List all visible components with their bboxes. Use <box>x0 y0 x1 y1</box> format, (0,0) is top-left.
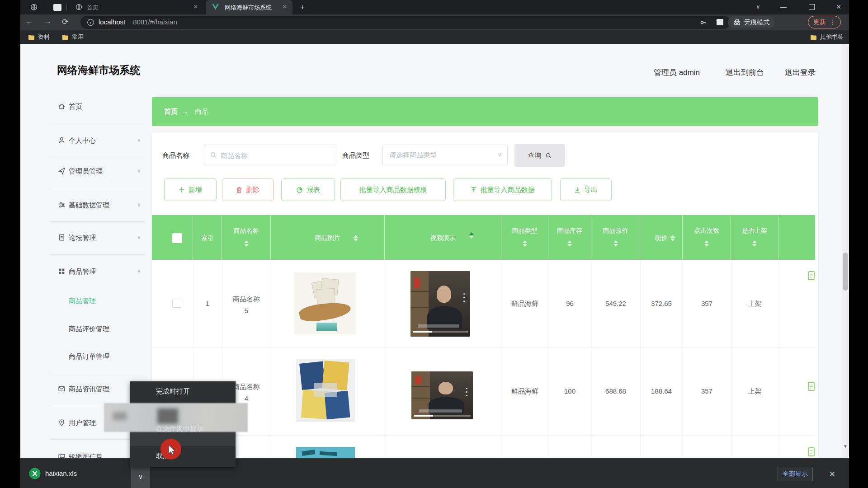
close-downloads-bar-icon[interactable]: ✕ <box>829 469 835 479</box>
delete-button[interactable]: 删除 <box>222 178 274 201</box>
forward-button[interactable]: → <box>44 17 52 26</box>
product-image[interactable] <box>296 447 355 459</box>
minimize-button[interactable]: — <box>774 0 793 14</box>
download-chevron-button[interactable]: ∨ <box>131 467 150 488</box>
sidebar-item-personal-center[interactable]: 个人中心 ∨ <box>50 136 145 145</box>
header-cell-price[interactable]: 现价 <box>640 215 683 260</box>
sort-asc-active-icon[interactable] <box>469 232 474 235</box>
search-button[interactable]: 查询 <box>514 144 565 167</box>
document-icon[interactable] <box>808 382 815 391</box>
other-bookmarks[interactable]: 其他书签 <box>810 33 844 41</box>
header-cell-type[interactable]: 商品类型 <box>501 215 548 260</box>
menu-item-open-when-done[interactable]: 完成时打开 <box>130 383 236 399</box>
menu-item-show-in-folder-label[interactable]: 在文件夹中显示 <box>156 425 203 433</box>
bookmark-folder-changyong[interactable]: 常用 <box>62 33 84 41</box>
sidebar-item-base-data[interactable]: 基础数据管理 ∨ <box>50 200 145 210</box>
sort-carets-active[interactable] <box>469 232 474 239</box>
tab-seafood-system[interactable]: 网络海鲜市场系统 ✕ <box>206 0 292 14</box>
product-type-select[interactable]: 请选择商品类型 ∨ <box>382 145 508 165</box>
video-menu-dots-icon[interactable] <box>463 293 465 302</box>
add-button[interactable]: 新增 <box>164 178 217 201</box>
add-button-label: 新增 <box>189 186 202 194</box>
header-cell-clicks[interactable]: 点击次数 <box>683 215 731 260</box>
search-icon <box>210 151 217 159</box>
cell-price: 372.65 <box>640 300 683 307</box>
scrollbar-thumb[interactable] <box>843 253 848 291</box>
header-cell-stock[interactable]: 商品库存 <box>548 215 591 260</box>
column-label: 商品名称 <box>222 227 270 235</box>
sidebar-item-forum[interactable]: 论坛管理 ∨ <box>50 233 145 243</box>
reload-button[interactable]: ⟳ <box>62 17 68 27</box>
sidebar-divider <box>50 189 145 189</box>
search-icon <box>545 152 552 159</box>
menu-item-cancel[interactable]: 取消 <box>130 448 236 464</box>
tab-search-chevron[interactable]: ∨ <box>749 0 767 14</box>
page-scrollbar[interactable]: ▼ <box>842 44 849 458</box>
show-all-downloads-button[interactable]: 全部显示 <box>778 467 813 481</box>
pinned-tab-page[interactable] <box>53 4 61 11</box>
sort-carets[interactable] <box>354 235 358 241</box>
info-icon[interactable] <box>87 19 94 26</box>
header-cell-original-price[interactable]: 商品原价 <box>591 215 640 260</box>
header-cell-video[interactable]: 视频演示 <box>385 215 501 260</box>
header-cell-name[interactable]: 商品名称 <box>222 215 271 260</box>
sort-carets[interactable] <box>670 235 675 241</box>
logout-link[interactable]: 退出登录 <box>785 67 816 78</box>
url-field[interactable]: localhost :8081/#/haixian ☆ <box>80 16 730 29</box>
sort-asc-icon[interactable] <box>244 240 249 243</box>
import-template-button[interactable]: 批量导入商品数据模板 <box>340 178 446 201</box>
sidebar-divider <box>50 156 145 156</box>
header-cell-image[interactable]: 商品图片 <box>271 215 385 260</box>
sidebar-item-product-management[interactable]: 商品管理 ∧ <box>50 267 145 277</box>
bookmark-folder-ziliao[interactable]: 资料 <box>28 33 50 41</box>
pinned-tab-globe[interactable] <box>30 4 38 11</box>
scrollbar-down-arrow-icon[interactable]: ▼ <box>843 444 848 449</box>
report-button[interactable]: 报表 <box>281 178 335 201</box>
column-label: 点击次数 <box>683 227 731 235</box>
export-button[interactable]: 导出 <box>560 178 612 201</box>
close-window-button[interactable]: ✕ <box>830 0 848 14</box>
video-thumbnail[interactable] <box>410 271 470 337</box>
tab-home[interactable]: 首页 ✕ <box>68 0 203 14</box>
sidebar-divider <box>50 123 145 123</box>
extension-icon[interactable] <box>717 19 723 25</box>
key-icon[interactable] <box>700 19 707 26</box>
back-button[interactable]: ← <box>26 17 33 26</box>
video-thumbnail[interactable] <box>411 371 473 419</box>
breadcrumb-home[interactable]: 首页 <box>164 108 178 116</box>
sort-desc-icon[interactable] <box>244 244 249 247</box>
menu-dots-icon[interactable]: ⋮ <box>829 19 835 26</box>
column-line <box>591 260 592 460</box>
row-divider <box>152 435 815 436</box>
product-image[interactable] <box>296 359 355 422</box>
column-label: 商品类型 <box>501 227 548 235</box>
update-button[interactable]: 更新 ⋮ <box>808 16 841 28</box>
bookmark-label: 资料 <box>38 33 50 41</box>
product-image[interactable] <box>294 272 356 334</box>
sidebar-divider <box>50 373 145 373</box>
download-filename[interactable]: haixian.xls <box>45 469 77 477</box>
admin-user-label: 管理员 admin <box>654 67 700 78</box>
document-icon[interactable] <box>808 271 815 281</box>
product-name-input[interactable] <box>204 145 353 166</box>
tab-close-icon[interactable]: ✕ <box>283 4 287 10</box>
document-icon[interactable] <box>808 447 815 457</box>
excel-file-icon <box>28 467 41 480</box>
header-cell-status[interactable]: 是否上架 <box>731 215 778 260</box>
row-checkbox[interactable] <box>172 299 181 308</box>
exit-to-front-link[interactable]: 退出到前台 <box>726 67 764 78</box>
sidebar-item-admin-management[interactable]: 管理员管理 ∨ <box>50 166 145 176</box>
restore-button[interactable] <box>802 0 821 14</box>
sidebar-subitem-product-order[interactable]: 商品订单管理 <box>50 352 145 361</box>
new-tab-button[interactable]: + <box>297 2 308 12</box>
column-label: 现价 <box>640 234 682 242</box>
video-menu-dots-icon[interactable] <box>466 388 467 396</box>
other-bookmarks-label: 其他书签 <box>820 33 844 41</box>
import-data-button[interactable]: 批量导入商品数据 <box>453 178 552 201</box>
sidebar-subitem-product-review[interactable]: 商品评价管理 <box>50 324 145 334</box>
sidebar-item-home[interactable]: 首页 <box>50 102 145 112</box>
sidebar-subitem-product-management[interactable]: 商品管理 <box>50 296 145 306</box>
select-all-checkbox[interactable] <box>172 233 182 243</box>
tab-close-icon[interactable]: ✕ <box>193 4 198 10</box>
sidebar-label: 个人中心 <box>69 136 96 145</box>
